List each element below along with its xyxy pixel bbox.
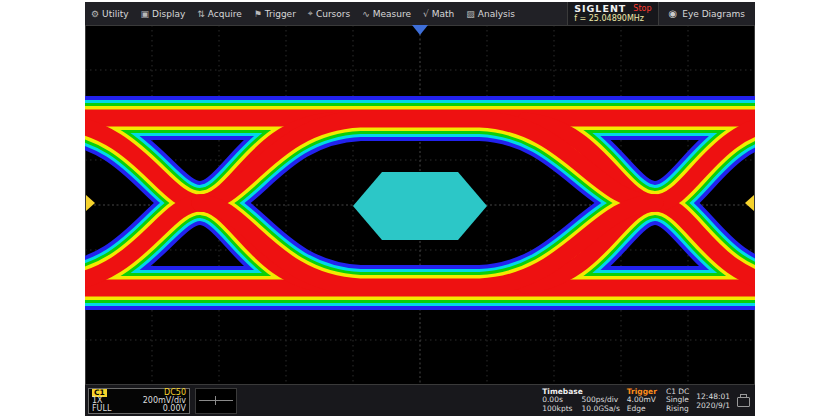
preview-center-tick	[215, 396, 216, 405]
clock-date: 2020/9/1	[696, 401, 730, 410]
trigger-slope: Rising	[666, 405, 689, 414]
trigger-level-marker[interactable]	[745, 195, 754, 211]
clock-time: 12:48:01	[696, 392, 730, 401]
menu-label: Utility	[102, 9, 128, 19]
trigger-flag-icon: ⚑	[254, 9, 262, 19]
menu-label: Measure	[373, 9, 411, 19]
menu-item-math[interactable]: √ Math	[417, 2, 460, 25]
utility-icon: ⚙	[91, 9, 99, 19]
menu-label: Trigger	[265, 9, 296, 19]
menu-item-cursors[interactable]: ⌖ Cursors	[302, 2, 356, 25]
brand-status-block: SIGLENT Stop f = 25.04890MHz	[567, 2, 658, 25]
menu-item-display[interactable]: ▣ Display	[135, 2, 192, 25]
eye-diagrams-label: Eye Diagrams	[682, 9, 745, 19]
channel-bandwidth: FULL	[92, 405, 126, 413]
siglent-logo: SIGLENT	[574, 4, 626, 14]
oscilloscope-window: ⚙ Utility ▣ Display ⇅ Acquire ⚑ Trigger …	[85, 2, 755, 416]
acquisition-status: Stop	[633, 4, 651, 14]
trigger-descriptor[interactable]: Trigger C1 DC 4.00mV Single Edge Rising	[627, 388, 690, 414]
menu-item-utility[interactable]: ⚙ Utility	[85, 2, 135, 25]
preview-trace-line	[199, 400, 233, 401]
menu-label: Cursors	[316, 9, 350, 19]
math-icon: √	[423, 9, 429, 19]
eye-diagram-icon: ◉	[669, 8, 678, 19]
trigger-position-marker[interactable]	[412, 25, 428, 35]
menu-item-analysis[interactable]: ▨ Analysis	[460, 2, 521, 25]
status-bar: C1 DC50 1X 200mV/div FULL 0.00V Timebase…	[85, 385, 755, 416]
measure-icon: ∿	[362, 9, 370, 19]
menu-label: Math	[432, 9, 455, 19]
menu-item-trigger[interactable]: ⚑ Trigger	[248, 2, 302, 25]
timebase-samplerate: 10.0GSa/s	[582, 405, 620, 414]
menu-item-measure[interactable]: ∿ Measure	[356, 2, 417, 25]
timebase-descriptor[interactable]: Timebase 0.00s 500ps/div 100kpts 10.0GSa…	[542, 388, 620, 414]
channel-c1-descriptor[interactable]: C1 DC50 1X 200mV/div FULL 0.00V	[88, 388, 190, 414]
graticule-canvas	[85, 25, 755, 385]
channel-offset-marker[interactable]	[86, 195, 95, 211]
trigger-type: Edge	[627, 405, 657, 414]
display-icon: ▣	[141, 9, 150, 19]
eye-diagrams-button[interactable]: ◉ Eye Diagrams	[659, 2, 755, 25]
trace-preview-thumbnail[interactable]	[195, 388, 237, 414]
channel-offset: 0.00V	[126, 405, 186, 413]
waveform-display	[85, 25, 755, 385]
frequency-counter: f = 25.04890MHz	[574, 14, 644, 24]
timebase-memory: 100kpts	[542, 405, 572, 414]
menu-label: Analysis	[478, 9, 515, 19]
menu-label: Display	[152, 9, 185, 19]
analysis-icon: ▨	[466, 9, 475, 19]
menu-item-acquire[interactable]: ⇅ Acquire	[191, 2, 247, 25]
menu-bar: ⚙ Utility ▣ Display ⇅ Acquire ⚑ Trigger …	[85, 2, 755, 25]
clock-block: 12:48:01 2020/9/1	[696, 392, 730, 410]
acquisition-info-cluster: Timebase 0.00s 500ps/div 100kpts 10.0GSa…	[542, 388, 752, 414]
desktop: ⚙ Utility ▣ Display ⇅ Acquire ⚑ Trigger …	[0, 0, 840, 420]
eye-mask-hexagon	[353, 172, 487, 240]
menu-label: Acquire	[208, 9, 242, 19]
cursors-icon: ⌖	[308, 8, 313, 19]
print-icon[interactable]	[737, 397, 750, 407]
acquire-icon: ⇅	[197, 9, 205, 19]
